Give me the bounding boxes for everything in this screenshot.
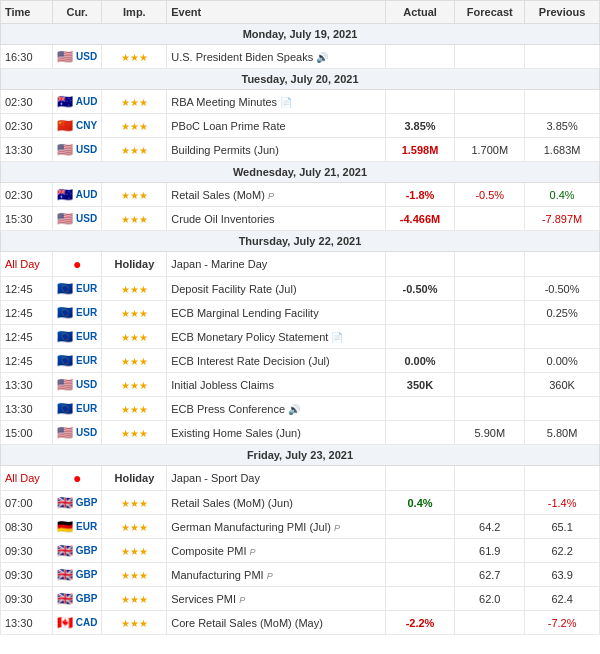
- cell-forecast: [455, 466, 525, 491]
- cell-time: 12:45: [1, 277, 53, 301]
- cell-actual: 0.4%: [385, 491, 455, 515]
- preliminary-icon: P: [268, 191, 274, 201]
- header-forecast: Forecast: [455, 1, 525, 24]
- cell-event: U.S. President Biden Speaks 🔊: [167, 45, 385, 69]
- star-icon: ★: [139, 97, 148, 108]
- cell-actual: [385, 325, 455, 349]
- event-name: ECB Marginal Lending Facility: [171, 307, 318, 319]
- cell-importance: ★★★: [102, 183, 167, 207]
- table-row: 12:45🇪🇺EUR★★★ECB Marginal Lending Facili…: [1, 301, 600, 325]
- cell-actual: [385, 90, 455, 114]
- cell-event: Japan - Sport Day: [167, 466, 385, 491]
- economic-calendar-table: Time Cur. Imp. Event Actual Forecast Pre…: [0, 0, 600, 635]
- speaker-icon: 🔊: [288, 404, 300, 415]
- star-icon: ★: [121, 332, 130, 343]
- cell-event: Composite PMI P: [167, 539, 385, 563]
- event-name: Core Retail Sales (MoM) (May): [171, 617, 323, 629]
- cell-forecast: [455, 373, 525, 397]
- cell-event: Building Permits (Jun): [167, 138, 385, 162]
- star-icon: ★: [130, 308, 139, 319]
- cell-currency: 🇬🇧GBP: [52, 587, 102, 611]
- star-icon: ★: [130, 522, 139, 533]
- table-row: 13:30🇪🇺EUR★★★ECB Press Conference 🔊: [1, 397, 600, 421]
- header-importance: Imp.: [102, 1, 167, 24]
- event-name: German Manufacturing PMI (Jul): [171, 521, 331, 533]
- star-icon: ★: [121, 570, 130, 581]
- cell-importance: ★★★: [102, 563, 167, 587]
- cell-importance: ★★★: [102, 515, 167, 539]
- table-row: 13:30🇺🇸USD★★★Initial Jobless Claims350K3…: [1, 373, 600, 397]
- cell-previous: 65.1: [525, 515, 600, 539]
- currency-label: GBP: [76, 545, 98, 556]
- event-name: Japan - Sport Day: [171, 472, 260, 484]
- cell-time: 02:30: [1, 90, 53, 114]
- section-header-row: Friday, July 23, 2021: [1, 445, 600, 466]
- cell-previous: [525, 90, 600, 114]
- star-icon: ★: [121, 594, 130, 605]
- flag-icon: 🇺🇸: [57, 142, 73, 157]
- cell-importance: ★★★: [102, 207, 167, 231]
- cell-event: Existing Home Sales (Jun): [167, 421, 385, 445]
- cell-time: 15:30: [1, 207, 53, 231]
- currency-label: GBP: [76, 569, 98, 580]
- star-icon: ★: [139, 284, 148, 295]
- cell-actual: [385, 539, 455, 563]
- cell-actual: [385, 421, 455, 445]
- cell-forecast: 1.700M: [455, 138, 525, 162]
- cell-currency: 🇺🇸USD: [52, 373, 102, 397]
- star-icon: ★: [139, 404, 148, 415]
- cell-importance: ★★★: [102, 301, 167, 325]
- star-icon: ★: [121, 428, 130, 439]
- star-icon: ★: [139, 380, 148, 391]
- header-currency: Cur.: [52, 1, 102, 24]
- cell-currency: 🇦🇺AUD: [52, 90, 102, 114]
- cell-forecast: [455, 611, 525, 635]
- star-icon: ★: [121, 380, 130, 391]
- holiday-dot: ●: [73, 470, 81, 486]
- cell-currency: 🇪🇺EUR: [52, 397, 102, 421]
- star-icon: ★: [130, 121, 139, 132]
- header-previous: Previous: [525, 1, 600, 24]
- cell-currency: 🇬🇧GBP: [52, 539, 102, 563]
- cell-forecast: [455, 491, 525, 515]
- cell-event: Crude Oil Inventories: [167, 207, 385, 231]
- currency-label: USD: [76, 379, 97, 390]
- holiday-label: Holiday: [115, 472, 155, 484]
- event-name: ECB Press Conference: [171, 403, 285, 415]
- cell-event: Initial Jobless Claims: [167, 373, 385, 397]
- cell-time: 02:30: [1, 114, 53, 138]
- flag-icon: 🇺🇸: [57, 211, 73, 226]
- cell-currency: 🇬🇧GBP: [52, 563, 102, 587]
- table-row: 12:45🇪🇺EUR★★★ECB Interest Rate Decision …: [1, 349, 600, 373]
- cell-forecast: [455, 397, 525, 421]
- flag-icon: 🇦🇺: [57, 187, 73, 202]
- section-label: Friday, July 23, 2021: [1, 445, 600, 466]
- star-icon: ★: [139, 190, 148, 201]
- cell-previous: [525, 325, 600, 349]
- star-icon: ★: [139, 356, 148, 367]
- table-row: All Day●HolidayJapan - Sport Day: [1, 466, 600, 491]
- cell-previous: 3.85%: [525, 114, 600, 138]
- flag-icon: 🇪🇺: [57, 305, 73, 320]
- star-icon: ★: [121, 121, 130, 132]
- currency-label: EUR: [76, 331, 97, 342]
- cell-event: Japan - Marine Day: [167, 252, 385, 277]
- cell-previous: 1.683M: [525, 138, 600, 162]
- cell-time: 12:45: [1, 301, 53, 325]
- star-icon: ★: [139, 498, 148, 509]
- event-name: Existing Home Sales (Jun): [171, 427, 301, 439]
- star-icon: ★: [121, 52, 130, 63]
- cell-time: 13:30: [1, 397, 53, 421]
- star-icon: ★: [130, 284, 139, 295]
- currency-label: EUR: [76, 283, 97, 294]
- cell-currency: 🇪🇺EUR: [52, 349, 102, 373]
- cell-previous: 62.4: [525, 587, 600, 611]
- cell-time: 08:30: [1, 515, 53, 539]
- cell-actual: [385, 397, 455, 421]
- cell-forecast: 64.2: [455, 515, 525, 539]
- currency-label: GBP: [76, 593, 98, 604]
- cell-previous: [525, 397, 600, 421]
- cell-actual: 0.00%: [385, 349, 455, 373]
- table-row: 08:30🇩🇪EUR★★★German Manufacturing PMI (J…: [1, 515, 600, 539]
- cell-currency: 🇨🇦CAD: [52, 611, 102, 635]
